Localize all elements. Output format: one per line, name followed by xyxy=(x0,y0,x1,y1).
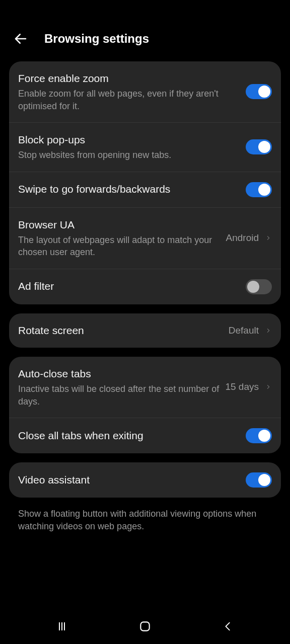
row-text: Close all tabs when exiting xyxy=(18,429,240,443)
row-subtitle: Enable zoom for all web pages, even if t… xyxy=(18,88,240,112)
setting-rotate-screen[interactable]: Rotate screenDefault xyxy=(9,313,281,348)
setting-close-all-exit[interactable]: Close all tabs when exiting xyxy=(9,418,281,453)
toggle-ad-filter[interactable] xyxy=(246,279,272,294)
row-title: Rotate screen xyxy=(18,324,223,338)
row-text: Swipe to go forwards/backwards xyxy=(18,182,240,196)
row-title: Auto-close tabs xyxy=(18,367,219,381)
row-text: Block pop-upsStop websites from opening … xyxy=(18,133,240,162)
setting-force-zoom[interactable]: Force enable zoomEnable zoom for all web… xyxy=(9,61,281,123)
settings-group: Video assistant xyxy=(9,462,281,498)
row-value: Default xyxy=(229,325,259,336)
toggle-block-popups[interactable] xyxy=(246,139,272,154)
toggle-knob xyxy=(258,474,270,486)
setting-auto-close-tabs[interactable]: Auto-close tabsInactive tabs will be clo… xyxy=(9,357,281,418)
row-title: Ad filter xyxy=(18,279,240,293)
row-value: Android xyxy=(226,232,259,244)
row-text: Force enable zoomEnable zoom for all web… xyxy=(18,71,240,112)
row-text: Rotate screen xyxy=(18,324,223,338)
settings-group: Force enable zoomEnable zoom for all web… xyxy=(9,61,281,304)
row-title: Swipe to go forwards/backwards xyxy=(18,182,240,196)
back-icon[interactable] xyxy=(12,30,29,47)
row-value: 15 days xyxy=(225,381,259,392)
setting-ad-filter[interactable]: Ad filter xyxy=(9,269,281,304)
setting-block-popups[interactable]: Block pop-upsStop websites from opening … xyxy=(9,123,281,172)
toggle-knob xyxy=(258,430,270,442)
row-title: Force enable zoom xyxy=(18,71,240,86)
row-text: Browser UAThe layout of webpages will ad… xyxy=(18,218,220,259)
toggle-force-zoom[interactable] xyxy=(246,84,272,99)
row-title: Video assistant xyxy=(18,473,240,487)
row-text: Ad filter xyxy=(18,279,240,293)
row-title: Block pop-ups xyxy=(18,133,240,147)
group-footer: Show a floating button with additional v… xyxy=(9,507,281,538)
toggle-knob xyxy=(258,184,270,196)
chevron-right-icon xyxy=(265,232,272,244)
toggle-knob xyxy=(258,141,270,153)
row-subtitle: Inactive tabs will be closed after the s… xyxy=(18,383,219,408)
header: Browsing settings xyxy=(0,25,290,61)
page-title: Browsing settings xyxy=(44,32,149,46)
row-subtitle: The layout of webpages will adapt to mat… xyxy=(18,234,220,259)
setting-video-assistant[interactable]: Video assistant xyxy=(9,462,281,498)
back-button[interactable] xyxy=(220,618,237,635)
svg-rect-4 xyxy=(140,622,149,630)
recents-button[interactable] xyxy=(53,618,70,635)
row-subtitle: Stop websites from opening new tabs. xyxy=(18,149,240,161)
toggle-knob xyxy=(247,281,259,293)
settings-group: Rotate screenDefault xyxy=(9,313,281,348)
row-text: Auto-close tabsInactive tabs will be clo… xyxy=(18,367,219,408)
toggle-swipe-nav[interactable] xyxy=(246,182,272,197)
settings-group: Auto-close tabsInactive tabs will be clo… xyxy=(9,357,281,453)
settings-content: Force enable zoomEnable zoom for all web… xyxy=(0,61,290,609)
system-navbar xyxy=(0,609,290,644)
row-text: Video assistant xyxy=(18,473,240,487)
toggle-close-all-exit[interactable] xyxy=(246,428,272,443)
chevron-right-icon xyxy=(265,381,272,393)
row-title: Close all tabs when exiting xyxy=(18,429,240,443)
row-title: Browser UA xyxy=(18,218,220,232)
setting-swipe-nav[interactable]: Swipe to go forwards/backwards xyxy=(9,172,281,208)
toggle-video-assistant[interactable] xyxy=(246,472,272,488)
setting-browser-ua[interactable]: Browser UAThe layout of webpages will ad… xyxy=(9,208,281,269)
home-button[interactable] xyxy=(136,618,154,635)
toggle-knob xyxy=(258,86,270,98)
chevron-right-icon xyxy=(265,325,272,337)
